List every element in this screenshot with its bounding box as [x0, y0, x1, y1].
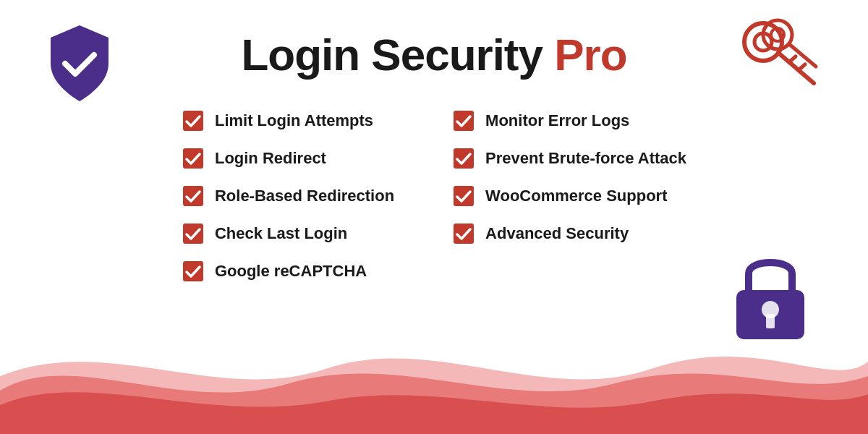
svg-rect-10 — [766, 314, 775, 328]
feature-item-left-1: Login Redirect — [182, 147, 394, 170]
feature-label: Limit Login Attempts — [215, 111, 373, 130]
features-right-column: Monitor Error LogsPrevent Brute-force At… — [452, 109, 686, 283]
main-container: Login Security Pro Limit Login AttemptsL… — [0, 0, 868, 434]
feature-item-right-3: Advanced Security — [452, 222, 686, 245]
check-icon — [452, 222, 475, 245]
feature-item-left-2: Role-Based Redirection — [182, 184, 394, 208]
check-icon — [452, 109, 475, 132]
check-icon — [182, 109, 205, 132]
check-icon — [452, 184, 475, 208]
feature-label: Advanced Security — [485, 224, 629, 243]
feature-item-right-2: WooCommerce Support — [452, 184, 686, 208]
feature-label: Prevent Brute-force Attack — [485, 149, 686, 168]
check-icon — [182, 222, 205, 245]
page-title: Login Security Pro — [0, 29, 868, 80]
check-icon — [182, 260, 205, 283]
page-header: Login Security Pro — [0, 0, 868, 95]
feature-item-left-3: Check Last Login — [182, 222, 394, 245]
feature-label: Google reCAPTCHA — [215, 262, 367, 281]
feature-label: Check Last Login — [215, 224, 347, 243]
features-section: Limit Login AttemptsLogin RedirectRole-B… — [0, 95, 868, 297]
feature-item-left-4: Google reCAPTCHA — [182, 260, 394, 283]
feature-item-left-0: Limit Login Attempts — [182, 109, 394, 132]
feature-label: Login Redirect — [215, 149, 326, 168]
check-icon — [182, 147, 205, 170]
feature-label: Monitor Error Logs — [485, 111, 629, 130]
check-icon — [182, 184, 205, 208]
features-left-column: Limit Login AttemptsLogin RedirectRole-B… — [182, 109, 394, 283]
feature-label: Role-Based Redirection — [215, 187, 394, 205]
feature-item-right-1: Prevent Brute-force Attack — [452, 147, 686, 170]
feature-item-right-0: Monitor Error Logs — [452, 109, 686, 132]
feature-label: WooCommerce Support — [485, 187, 667, 205]
check-icon — [452, 147, 475, 170]
